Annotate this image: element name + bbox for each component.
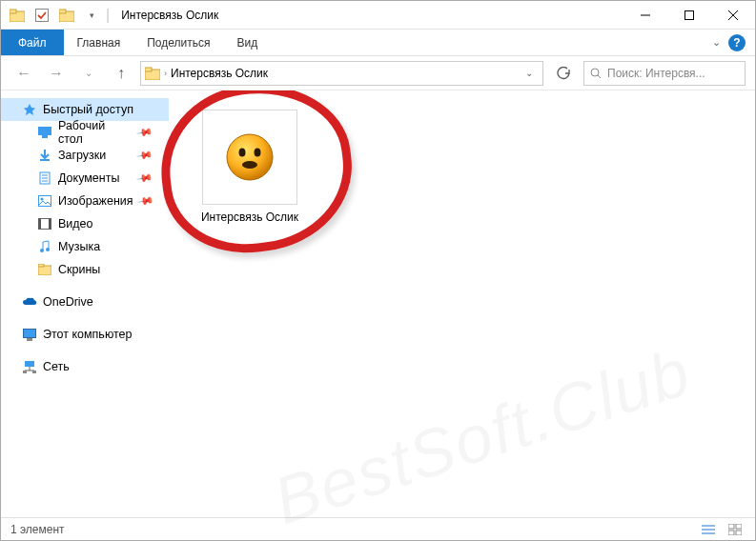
sidebar-item-label: OneDrive <box>43 295 93 309</box>
svg-point-25 <box>40 249 44 252</box>
folder-icon <box>37 262 52 277</box>
content-pane[interactable]: Интерсвязь Ослик <box>169 90 755 517</box>
sidebar-item-pictures[interactable]: Изображения 📌 <box>1 190 169 212</box>
nav-back-button[interactable]: ← <box>10 60 37 87</box>
minimize-button[interactable] <box>623 1 667 30</box>
refresh-button[interactable] <box>549 61 578 86</box>
svg-rect-30 <box>27 338 32 341</box>
video-icon <box>37 216 52 231</box>
ribbon-expand-icon[interactable]: ⌄ <box>712 36 721 49</box>
qat-dropdown-icon[interactable]: ▾ <box>81 5 102 26</box>
sidebar-item-label: Сеть <box>43 360 70 373</box>
properties-checkbox-icon[interactable] <box>31 5 52 26</box>
sidebar-item-music[interactable]: Музыка <box>1 235 169 258</box>
svg-point-39 <box>242 161 257 169</box>
sidebar-item-label: Скрины <box>58 263 100 276</box>
tab-view[interactable]: Вид <box>223 30 271 55</box>
desktop-icon <box>37 125 52 140</box>
sidebar-item-desktop[interactable]: Рабочий стол 📌 <box>1 121 169 144</box>
pin-icon: 📌 <box>136 170 154 188</box>
svg-rect-6 <box>685 10 694 19</box>
svg-rect-2 <box>36 9 49 21</box>
search-input[interactable]: Поиск: Интерсвя... <box>583 61 746 86</box>
help-icon[interactable]: ? <box>728 34 746 51</box>
sidebar-item-documents[interactable]: Документы 📌 <box>1 167 169 190</box>
nav-recent-dropdown[interactable]: ⌄ <box>75 60 102 87</box>
sidebar-item-quick-access[interactable]: Быстрый доступ <box>1 98 169 121</box>
svg-point-26 <box>46 248 50 251</box>
network-icon <box>22 359 37 374</box>
navigation-pane: Быстрый доступ Рабочий стол 📌 Загрузки 📌… <box>1 90 169 517</box>
breadcrumb-dropdown-icon[interactable]: ⌄ <box>525 68 533 78</box>
sidebar-item-label: Документы <box>58 171 119 185</box>
svg-rect-14 <box>42 135 48 138</box>
pin-icon: 📌 <box>136 192 154 210</box>
svg-rect-28 <box>38 264 44 267</box>
file-name: Интерсвязь Ослик <box>201 210 298 224</box>
search-placeholder: Поиск: Интерсвя... <box>607 67 705 80</box>
svg-point-38 <box>255 149 261 157</box>
sidebar-item-label: Этот компьютер <box>43 328 132 341</box>
folder-icon-small <box>56 5 77 26</box>
svg-rect-1 <box>10 10 16 13</box>
svg-rect-45 <box>728 531 734 535</box>
svg-point-21 <box>41 198 44 201</box>
svg-rect-23 <box>39 219 42 230</box>
nav-up-button[interactable]: ↑ <box>108 60 134 87</box>
breadcrumb-segment[interactable]: Интерсвязь Ослик <box>171 67 268 80</box>
svg-line-12 <box>598 75 601 78</box>
status-item-count: 1 элемент <box>10 523 65 536</box>
sidebar-item-network[interactable]: Сеть <box>1 355 169 378</box>
onedrive-icon <box>22 294 37 310</box>
sidebar-item-label: Загрузки <box>58 149 106 162</box>
chevron-right-icon[interactable]: › <box>164 69 167 78</box>
details-view-button[interactable] <box>698 521 719 538</box>
sidebar-item-label: Изображения <box>58 194 133 208</box>
tab-file[interactable]: Файл <box>1 30 64 55</box>
file-item[interactable]: Интерсвязь Ослик <box>197 110 302 224</box>
quick-access-toolbar: ▾ | Интерсвязь Ослик <box>1 5 218 26</box>
window-controls <box>623 1 755 30</box>
sidebar-item-label: Видео <box>58 217 93 230</box>
address-bar-row: ← → ⌄ ↑ › Интерсвязь Ослик ⌄ Поиск: Инте… <box>1 56 755 90</box>
svg-point-37 <box>239 149 246 157</box>
svg-rect-34 <box>23 371 27 373</box>
breadcrumb[interactable]: › Интерсвязь Ослик ⌄ <box>140 61 543 86</box>
status-bar: 1 элемент <box>1 517 755 540</box>
sidebar-item-screenshots[interactable]: Скрины <box>1 258 169 281</box>
svg-rect-29 <box>24 329 36 337</box>
svg-rect-4 <box>59 10 66 13</box>
star-icon <box>22 102 37 117</box>
sidebar-item-onedrive[interactable]: OneDrive <box>1 291 169 313</box>
explorer-body: Быстрый доступ Рабочий стол 📌 Загрузки 📌… <box>1 90 755 517</box>
ribbon-tabs: Файл Главная Поделиться Вид ⌄ ? <box>1 30 755 56</box>
svg-rect-31 <box>25 361 34 367</box>
explorer-window: ▾ | Интерсвязь Ослик Файл Главная Подели… <box>0 0 756 541</box>
download-icon <box>37 148 52 163</box>
svg-point-11 <box>591 69 599 76</box>
large-icons-view-button[interactable] <box>725 521 746 538</box>
svg-point-36 <box>227 134 273 180</box>
sidebar-item-videos[interactable]: Видео <box>1 212 169 235</box>
sidebar-item-label: Рабочий стол <box>58 119 133 146</box>
svg-rect-24 <box>49 219 51 230</box>
close-button[interactable] <box>711 1 755 30</box>
sidebar-item-downloads[interactable]: Загрузки 📌 <box>1 144 169 167</box>
pin-icon: 📌 <box>136 147 154 165</box>
file-thumbnail <box>202 110 297 205</box>
sidebar-item-this-pc[interactable]: Этот компьютер <box>1 323 169 346</box>
pictures-icon <box>37 193 52 209</box>
tab-home[interactable]: Главная <box>64 30 134 55</box>
maximize-button[interactable] <box>667 1 711 30</box>
svg-rect-13 <box>38 127 51 135</box>
svg-rect-43 <box>728 524 734 529</box>
search-icon <box>590 68 602 79</box>
folder-icon <box>145 67 160 80</box>
nav-forward-button[interactable]: → <box>43 60 70 87</box>
svg-rect-20 <box>39 196 51 207</box>
music-icon <box>37 239 52 254</box>
document-icon <box>37 170 52 186</box>
svg-rect-10 <box>145 68 152 71</box>
tab-share[interactable]: Поделиться <box>133 30 223 55</box>
svg-rect-44 <box>736 524 742 529</box>
